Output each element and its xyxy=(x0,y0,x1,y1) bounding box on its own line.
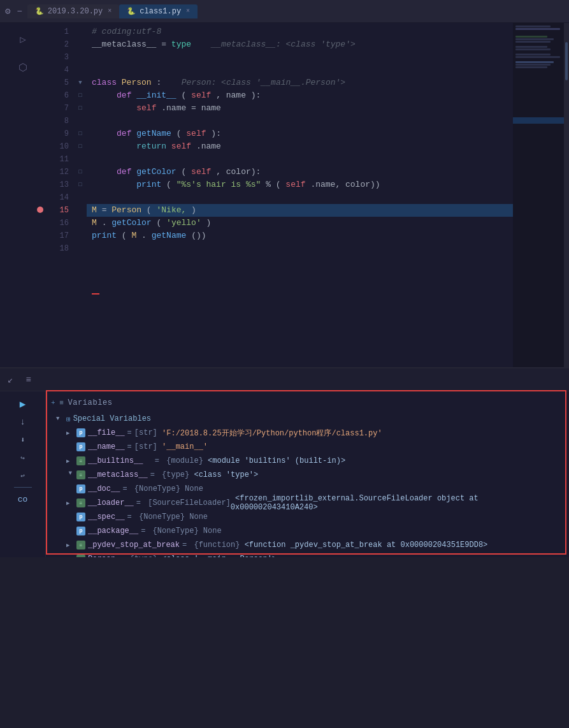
mm-12 xyxy=(515,54,551,55)
fold-class-icon[interactable]: ▼ xyxy=(78,80,82,86)
gutter-17 xyxy=(74,229,87,242)
code-line-17: print ( M . getName ()) xyxy=(92,229,508,242)
var-row-person[interactable]: ▶ ≡ Person = {type} <class '__main__.Per… xyxy=(46,552,569,557)
step-into-btn[interactable]: ↓ xyxy=(14,414,32,430)
tab-file2[interactable]: 🐍 class1.py × xyxy=(119,4,198,18)
var-row-metaclass[interactable]: ▶ ≡ __metaclass__ = {type} <class 'type'… xyxy=(46,468,569,482)
bottom-panel-wrapper: ↙ ≡ ▶ ↓ ⬇ ↪ ↩ co + xyxy=(0,367,569,557)
code-line-16: M . getColor ( 'yello' ) xyxy=(92,217,508,229)
mm-10 xyxy=(515,48,551,50)
var-name-person: Person xyxy=(88,555,115,557)
var-name-file: __file__ xyxy=(88,428,125,437)
editor-gutter: ▼ □ □ □ □ □ □ xyxy=(74,23,87,367)
panel-toolbar: ↙ ≡ xyxy=(0,368,569,391)
gutter-12: □ xyxy=(74,166,87,178)
var-type-spec: {NoneType} xyxy=(134,513,185,521)
expand-special-icon: ▼ xyxy=(56,416,64,422)
var-row-file[interactable]: ▶ p __file__ = [str] 'F:/2018.8.25开始学习/P… xyxy=(46,426,569,440)
gutter-7: □ xyxy=(74,102,87,115)
breakpoints-icon[interactable]: ⬡ xyxy=(11,56,34,79)
var-eq-file: = xyxy=(127,428,132,437)
tab-label-2: class1.py xyxy=(140,7,181,16)
line-num-3: 3 xyxy=(46,51,69,64)
line-num-9: 9 xyxy=(46,127,69,140)
var-eq-package: = xyxy=(141,527,145,535)
step-out-btn[interactable]: ⬇ xyxy=(14,432,32,448)
resume-btn[interactable]: co xyxy=(14,491,32,507)
tab-close-2[interactable]: × xyxy=(186,8,190,15)
var-row-pydev[interactable]: ▶ ≡ _pydev_stop_at_break = {function} <f… xyxy=(46,538,569,552)
rerun-btn[interactable]: ↪ xyxy=(14,450,32,465)
code-line-12: def getColor ( self , color): xyxy=(92,166,508,178)
debug-controls: ▶ ↓ ⬇ ↪ ↩ co xyxy=(0,391,46,557)
code-editor[interactable]: # coding:utf-8 __metaclass__ = type __me… xyxy=(87,23,513,367)
var-row-builtins[interactable]: ▶ ≡ __builtins__ = {module} <module 'bui… xyxy=(46,454,569,468)
stop-btn[interactable]: ↩ xyxy=(14,468,32,483)
var-val-package: None xyxy=(199,527,222,535)
var-eq-name: = xyxy=(127,442,132,451)
add-icon[interactable]: + xyxy=(51,399,55,407)
breakpoint-dot xyxy=(37,207,43,213)
fold-10-icon[interactable]: □ xyxy=(78,143,82,150)
fold-13-icon[interactable]: □ xyxy=(78,182,82,188)
var-type-metaclass: {type} xyxy=(157,470,189,479)
title-bar-left: ⚙ − xyxy=(5,6,22,17)
var-row-name[interactable]: p __name__ = [str] '__main__' xyxy=(46,440,569,454)
var-val-person: <class '__main__.Person'> xyxy=(157,555,277,557)
fold-7-icon[interactable]: □ xyxy=(78,105,82,112)
mm-1 xyxy=(515,25,551,27)
var-name-loader: __loader__ xyxy=(88,499,134,507)
variables-menu-icon[interactable]: ≡ xyxy=(59,399,64,407)
expand-pydev-icon: ▶ xyxy=(66,542,74,549)
debug-run-icon[interactable]: ▷ xyxy=(11,28,34,51)
line-num-14: 14 xyxy=(46,191,69,204)
var-eq-spec: = xyxy=(127,513,132,521)
var-val-pydev: <function _pydev_stop_at_break at 0x0000… xyxy=(240,541,487,550)
settings-icon[interactable]: ⚙ xyxy=(5,6,10,17)
fold-getcolor-icon[interactable]: □ xyxy=(78,169,82,175)
expand-file-icon: ▶ xyxy=(66,430,74,437)
scroll-bar[interactable] xyxy=(564,23,569,367)
py-icon-1: 🐍 xyxy=(35,7,44,15)
gutter-18 xyxy=(74,242,87,255)
gutter-4 xyxy=(74,64,87,76)
var-name-pydev: _pydev_stop_at_break xyxy=(88,541,180,550)
bottom-panel: ↙ ≡ ▶ ↓ ⬇ ↪ ↩ co + xyxy=(0,367,569,557)
line-num-6: 6 xyxy=(46,89,69,102)
code-line-3 xyxy=(92,51,508,64)
var-type-person: {type} xyxy=(125,555,157,557)
code-line-4 xyxy=(92,64,508,76)
gutter-2 xyxy=(74,38,87,51)
code-line-5: class Person : Person: <class '__main__.… xyxy=(92,76,508,89)
step-over-btn[interactable]: ▶ xyxy=(14,397,32,412)
special-vars-toggle[interactable]: ▼ ⊞ Special Variables xyxy=(46,412,569,426)
fold-getname-icon[interactable]: □ xyxy=(78,131,82,137)
var-type-loader: [SourceFileLoader] xyxy=(143,499,231,507)
var-icon-name: p xyxy=(76,442,85,451)
panel-menu-icon[interactable]: ≡ xyxy=(23,374,33,386)
panel-arrow-icon[interactable]: ↙ xyxy=(5,373,15,386)
code-line-8 xyxy=(92,115,508,127)
variables-panel: + ≡ Variables ▼ ⊞ Special Variables ▶ xyxy=(46,391,569,557)
variables-header: + ≡ Variables xyxy=(46,394,569,412)
fold-init-icon[interactable]: □ xyxy=(78,92,82,99)
var-icon-doc: p xyxy=(76,484,85,493)
special-vars-grid-icon: ⊞ xyxy=(66,415,71,423)
var-name-name: __name__ xyxy=(88,442,125,451)
var-type-doc: {NoneType} xyxy=(130,484,180,493)
mm-9 xyxy=(515,46,547,48)
scroll-thumb[interactable] xyxy=(565,42,568,80)
gutter-10: □ xyxy=(74,140,87,153)
var-row-loader[interactable]: ▶ ≡ __loader__ = [SourceFileLoader] <fro… xyxy=(46,496,569,510)
line-num-2: 2 xyxy=(46,38,69,51)
tab-close-1[interactable]: × xyxy=(108,8,112,15)
minimize-icon[interactable]: − xyxy=(17,6,22,17)
tab-file1[interactable]: 🐍 2019.3.20.py × xyxy=(27,4,119,18)
gutter-13: □ xyxy=(74,178,87,191)
var-val-spec: None xyxy=(185,513,208,521)
var-eq-loader: = xyxy=(136,499,141,507)
var-row-spec[interactable]: p __spec__ = {NoneType} None xyxy=(46,510,569,524)
var-val-loader: <frozen_importlib_external.SourceFileLoa… xyxy=(231,494,564,512)
var-val-name: '__main__' xyxy=(157,442,208,451)
var-row-package[interactable]: p __package__ = {NoneType} None xyxy=(46,524,569,538)
